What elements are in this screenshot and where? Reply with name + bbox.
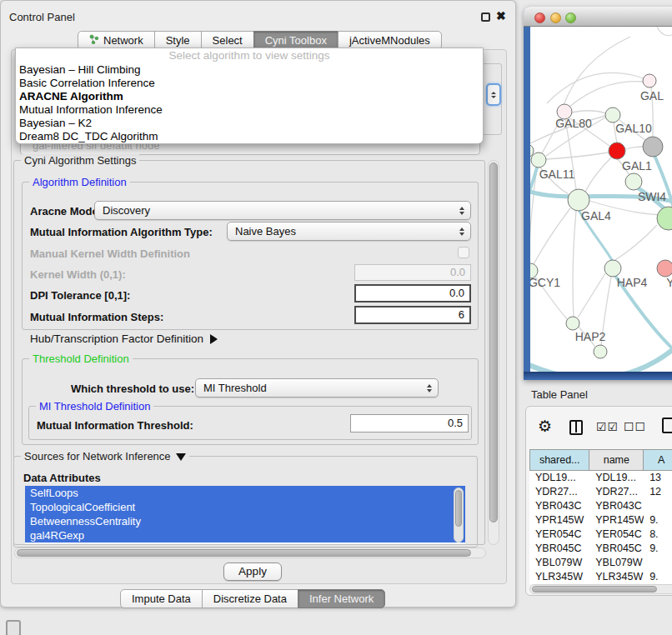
hub-definition-expander[interactable]: Hub/Transcription Factor Definition [30, 332, 218, 345]
deselect-all-checkboxes-icon[interactable]: ☐☐ [624, 420, 646, 433]
network-node-hap4[interactable] [604, 260, 621, 277]
close-icon[interactable]: ✖ [496, 9, 506, 22]
table-row[interactable]: YDL19...YDL19...13 [529, 471, 672, 485]
table-cell[interactable]: YLR345W [529, 570, 589, 584]
table-cell[interactable] [644, 556, 672, 570]
gear-icon[interactable]: ⚙ [538, 418, 552, 434]
table-cell[interactable]: YPR145W [589, 513, 644, 528]
menu-item-bayesian-k2[interactable]: Bayesian – K2 [16, 117, 483, 130]
table-row[interactable]: YLR345WYLR345W9. [529, 570, 672, 584]
table-cell[interactable]: YBL079W [529, 556, 589, 570]
apply-button[interactable]: Apply [223, 562, 282, 581]
network-edge[interactable] [569, 82, 644, 107]
network-edge[interactable] [572, 111, 606, 113]
network-canvas[interactable]: GALGAL80GAL10GAL1GAL11SWI4GAL4HAP4YGCY1H… [530, 27, 672, 372]
menu-item-basic-correlation[interactable]: Basic Correlation Inference [16, 77, 483, 90]
table-cell[interactable]: YPR145W [529, 513, 589, 528]
table-cell[interactable]: 8. [644, 528, 672, 542]
algorithm-combobox-stepper[interactable] [486, 83, 501, 106]
network-edge[interactable] [578, 273, 605, 318]
network-node-gal1[interactable] [609, 142, 625, 159]
kernel-width-field[interactable]: 0.0 [354, 264, 471, 281]
network-node-gal[interactable] [643, 74, 656, 88]
table-cell[interactable]: YBL079W [589, 556, 644, 570]
attributes-list-scrollbar[interactable] [454, 488, 464, 542]
table-cell[interactable]: YBR043C [589, 499, 644, 513]
table-cell[interactable]: YER054C [529, 528, 589, 542]
settings-horizontal-scrollbar[interactable] [14, 548, 486, 558]
network-node[interactable] [657, 207, 672, 230]
network-node-gal10[interactable] [605, 108, 620, 122]
minimize-traffic-light[interactable] [550, 12, 561, 23]
column-header-name[interactable]: name [589, 449, 644, 471]
table-row[interactable]: YBR043CYBR043C [529, 499, 672, 513]
network-edge[interactable] [564, 37, 630, 105]
network-node-swi4[interactable] [625, 173, 642, 190]
table-horizontal-scrollbar[interactable] [529, 584, 672, 594]
column-header-shared-name[interactable]: shared... [529, 449, 589, 471]
table-cell[interactable]: 9. [644, 513, 672, 528]
mi-type-combobox[interactable]: Naive Bayes [227, 222, 471, 241]
tab-infer-network[interactable]: Infer Network [298, 589, 385, 608]
network-edge[interactable] [573, 211, 576, 317]
columns-icon[interactable] [569, 420, 583, 435]
table-cell[interactable]: YLR345W [589, 570, 644, 584]
network-window-titlebar[interactable] [524, 7, 672, 27]
table-cell[interactable]: YBR045C [529, 542, 589, 556]
select-all-checkboxes-icon[interactable]: ☑☑ [596, 420, 619, 433]
list-item-betweennesscentrality[interactable]: BetweennessCentrality [25, 514, 465, 528]
network-edge[interactable] [534, 208, 570, 264]
zoom-traffic-light[interactable] [565, 12, 576, 23]
menu-item-aracne[interactable]: ARACNE Algorithm [16, 90, 483, 103]
sources-group-title[interactable]: Sources for Network Inference [21, 450, 189, 462]
list-item-gal4rgexp[interactable]: gal4RGexp [25, 528, 465, 542]
table-cell[interactable]: YER054C [589, 528, 644, 542]
table-cell[interactable]: YDL19... [529, 471, 589, 485]
aracne-mode-combobox[interactable]: Discovery [94, 201, 471, 220]
table-cell[interactable]: YBR045C [589, 542, 644, 556]
table-cell[interactable]: YDL19... [589, 471, 644, 485]
which-threshold-combobox[interactable]: MI Threshold [195, 378, 439, 398]
table-cell[interactable]: YDR27... [589, 485, 644, 499]
network-edge[interactable] [657, 27, 672, 36]
table-cell[interactable]: 13 [644, 471, 672, 485]
network-node[interactable] [643, 137, 663, 157]
column-header-a[interactable]: A [644, 449, 672, 471]
table-cell[interactable]: YBR043C [529, 499, 589, 513]
list-item-topologicalcoefficient[interactable]: TopologicalCoefficient [25, 500, 465, 514]
list-item-selfloops[interactable]: SelfLoops [25, 486, 465, 500]
mi-steps-field[interactable]: 6 [354, 306, 471, 324]
settings-scrollbar-thumb[interactable] [489, 162, 498, 522]
table-cell[interactable]: 9. [644, 570, 672, 584]
dpi-tolerance-field[interactable]: 0.0 [354, 284, 471, 302]
table-row[interactable]: YPR145WYPR145W9. [529, 513, 672, 528]
table-cell[interactable]: YDR27... [529, 485, 589, 499]
menu-item-dream8[interactable]: Dream8 DC_TDC Algorithm [16, 130, 483, 143]
menu-item-mutual-information[interactable]: Mutual Information Inference [16, 103, 483, 117]
table-cell[interactable] [644, 499, 672, 513]
table-row[interactable]: YDR27...YDR27...12 [529, 485, 672, 499]
network-node-gal4[interactable] [568, 189, 589, 211]
network-edge[interactable] [546, 152, 609, 159]
table-cell[interactable]: 12 [644, 485, 672, 499]
network-node-gal11[interactable] [531, 152, 546, 168]
table-row[interactable]: YER054CYER054C8. [529, 528, 672, 542]
network-edge[interactable] [585, 157, 612, 192]
tab-discretize-data[interactable]: Discretize Data [202, 589, 298, 608]
network-edge[interactable] [547, 72, 644, 103]
network-node[interactable] [594, 345, 607, 358]
export-table-icon[interactable] [662, 418, 672, 433]
network-edge[interactable] [625, 147, 643, 149]
table-row[interactable]: YBL079WYBL079W [529, 556, 672, 570]
table-row[interactable]: YBR045CYBR045C9. [529, 542, 672, 556]
network-node-y[interactable] [657, 260, 672, 277]
settings-vertical-scrollbar[interactable] [488, 160, 499, 545]
mi-threshold-field[interactable]: 0.5 [350, 414, 469, 432]
network-edge[interactable] [613, 225, 657, 262]
table-cell[interactable]: 9. [644, 542, 672, 556]
manual-kernel-checkbox[interactable] [458, 247, 469, 258]
tab-impute-data[interactable]: Impute Data [120, 589, 203, 608]
close-traffic-light[interactable] [534, 12, 545, 23]
network-svg[interactable]: GALGAL80GAL10GAL1GAL11SWI4GAL4HAP4YGCY1H… [530, 27, 672, 372]
network-node-hap2[interactable] [566, 317, 579, 330]
